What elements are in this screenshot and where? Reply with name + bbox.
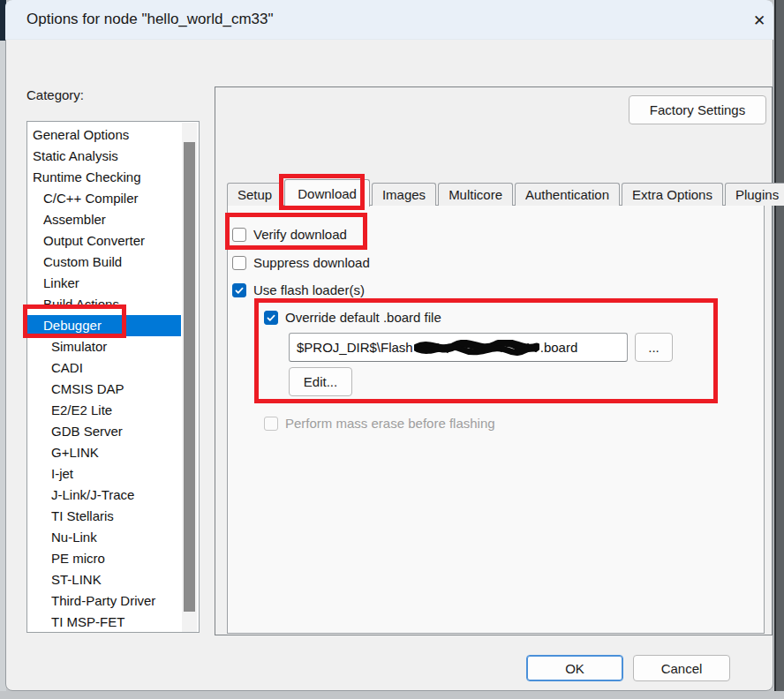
browse-button[interactable]: ... xyxy=(635,333,673,362)
factory-settings-button[interactable]: Factory Settings xyxy=(629,95,766,124)
category-item-cadi[interactable]: CADI xyxy=(27,357,181,379)
tab-multicore[interactable]: Multicore xyxy=(438,183,513,206)
category-item-ti-stellaris[interactable]: TI Stellaris xyxy=(27,506,181,527)
category-item-assembler[interactable]: Assembler xyxy=(27,209,181,230)
use-flash-loaders-checkbox[interactable]: Use flash loader(s) xyxy=(232,282,365,297)
use-flash-loaders-label: Use flash loader(s) xyxy=(253,282,365,297)
category-item-general-options[interactable]: General Options xyxy=(27,124,181,146)
category-item-build-actions[interactable]: Build Actions xyxy=(27,294,181,315)
category-item-runtime-checking[interactable]: Runtime Checking xyxy=(27,167,181,188)
suppress-download-label: Suppress download xyxy=(253,255,370,270)
override-board-file-label: Override default .board file xyxy=(285,310,441,325)
tab-authentication[interactable]: Authentication xyxy=(515,183,620,206)
category-item-g-link[interactable]: G+LINK xyxy=(27,442,181,463)
category-item-output-converter[interactable]: Output Converter xyxy=(27,230,181,252)
category-item-e2-e2-lite[interactable]: E2/E2 Lite xyxy=(27,400,181,421)
board-path-suffix: .board xyxy=(540,340,578,355)
tab-plugins[interactable]: Plugins xyxy=(725,183,784,206)
category-label: Category: xyxy=(26,87,84,102)
board-path-prefix: $PROJ_DIR$\Flash xyxy=(297,340,413,355)
category-item-i-jet[interactable]: I-jet xyxy=(27,463,181,485)
background-window-right-edge xyxy=(774,0,784,699)
screen: Options for node "hello_world_cm33" ✕ Ca… xyxy=(0,0,784,699)
checkbox-box[interactable] xyxy=(264,311,278,325)
category-item-c-c-compiler[interactable]: C/C++ Compiler xyxy=(27,188,181,209)
tab-setup[interactable]: Setup xyxy=(227,183,283,206)
category-item-st-link[interactable]: ST-LINK xyxy=(27,569,181,590)
category-item-j-link-j-trace[interactable]: J-Link/J-Trace xyxy=(27,485,181,506)
verify-download-checkbox[interactable]: Verify download xyxy=(232,227,347,242)
redaction-scribble xyxy=(414,340,539,356)
category-item-gdb-server[interactable]: GDB Server xyxy=(27,421,181,442)
cancel-button[interactable]: Cancel xyxy=(633,655,730,681)
mass-erase-label: Perform mass erase before flashing xyxy=(285,416,495,431)
verify-download-label: Verify download xyxy=(253,227,347,242)
ok-button[interactable]: OK xyxy=(526,655,623,681)
check-icon xyxy=(266,312,276,323)
checkbox-box[interactable] xyxy=(232,228,246,242)
edit-button[interactable]: Edit... xyxy=(289,367,352,396)
category-item-third-party-driver[interactable]: Third-Party Driver xyxy=(27,590,181,612)
check-icon xyxy=(234,285,245,296)
tab-download[interactable]: Download xyxy=(284,179,370,207)
category-item-ti-msp-fet[interactable]: TI MSP-FET xyxy=(27,612,181,633)
category-item-pe-micro[interactable]: PE micro xyxy=(27,548,181,569)
checkbox-box[interactable] xyxy=(232,256,246,270)
tab-images[interactable]: Images xyxy=(372,183,436,206)
category-item-linker[interactable]: Linker xyxy=(27,273,181,294)
category-list[interactable]: General OptionsStatic AnalysisRuntime Ch… xyxy=(26,121,200,633)
category-item-nu-link[interactable]: Nu-Link xyxy=(27,527,181,548)
close-icon[interactable]: ✕ xyxy=(747,8,772,33)
override-board-file-checkbox[interactable]: Override default .board file xyxy=(264,310,441,325)
checkbox-box[interactable] xyxy=(232,283,246,297)
tab-strip: SetupDownloadImagesMulticoreAuthenticati… xyxy=(227,178,784,206)
board-file-input[interactable]: $PROJ_DIR$\Flash .board xyxy=(289,333,628,362)
category-item-custom-build[interactable]: Custom Build xyxy=(27,252,181,273)
category-item-cmsis-dap[interactable]: CMSIS DAP xyxy=(27,379,181,400)
dialog-title: Options for node "hello_world_cm33" xyxy=(26,11,274,28)
tab-extra-options[interactable]: Extra Options xyxy=(622,183,723,206)
checkbox-box xyxy=(264,417,278,431)
scrollbar-thumb[interactable] xyxy=(184,142,195,612)
category-list-scrollbar[interactable] xyxy=(182,123,197,632)
category-item-simulator[interactable]: Simulator xyxy=(27,336,181,357)
category-item-static-analysis[interactable]: Static Analysis xyxy=(27,146,181,167)
category-item-debugger[interactable]: Debugger xyxy=(27,315,181,336)
background-window-bottom-edge xyxy=(0,691,784,699)
suppress-download-checkbox[interactable]: Suppress download xyxy=(232,255,370,270)
mass-erase-checkbox: Perform mass erase before flashing xyxy=(264,416,495,431)
